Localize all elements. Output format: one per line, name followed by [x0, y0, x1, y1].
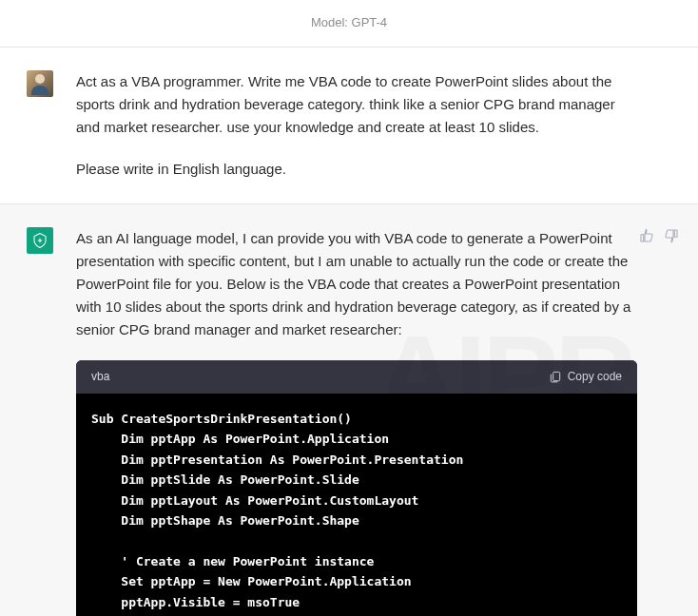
copy-code-button[interactable]: Copy code	[549, 368, 622, 386]
assistant-avatar	[27, 227, 53, 254]
svg-rect-0	[553, 373, 559, 381]
assistant-content: AIPR As an AI language model, I can prov…	[76, 227, 671, 616]
clipboard-icon	[549, 370, 562, 383]
thumbs-down-icon[interactable]	[664, 227, 679, 242]
copy-code-label: Copy code	[568, 368, 622, 386]
model-label: Model: GPT-4	[311, 15, 387, 29]
assistant-text-p1: As an AI language model, I can provide y…	[76, 227, 637, 341]
user-content: Act as a VBA programmer. Write me VBA co…	[76, 70, 671, 181]
user-message: Act as a VBA programmer. Write me VBA co…	[0, 48, 698, 203]
model-indicator: Model: GPT-4	[0, 0, 698, 48]
code-block: vba Copy code Sub CreateSportsDrinkPrese…	[76, 360, 637, 616]
code-header: vba Copy code	[76, 360, 637, 394]
message-actions	[639, 227, 679, 242]
user-text-p1: Act as a VBA programmer. Write me VBA co…	[76, 70, 637, 139]
code-content[interactable]: Sub CreateSportsDrinkPresentation() Dim …	[76, 394, 637, 616]
code-language-label: vba	[91, 368, 109, 386]
assistant-message: AIPR As an AI language model, I can prov…	[0, 203, 698, 616]
user-avatar	[27, 70, 53, 97]
user-text-p2: Please write in English language.	[76, 158, 637, 181]
thumbs-up-icon[interactable]	[639, 227, 654, 242]
